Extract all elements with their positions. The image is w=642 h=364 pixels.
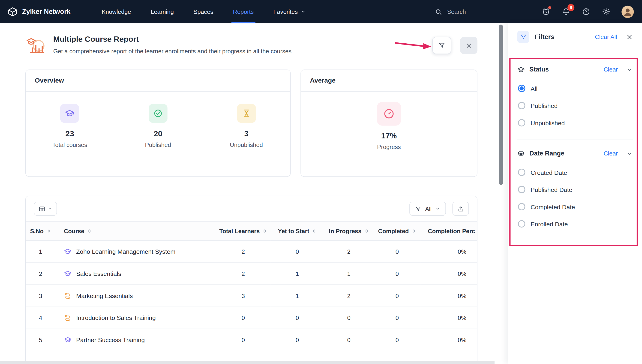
close-report-button[interactable] [460, 37, 477, 54]
course-name[interactable]: Introduction to Sales Training [76, 314, 156, 321]
notification-dot [548, 6, 551, 9]
sort-icon[interactable] [263, 229, 267, 234]
table-row[interactable]: 1 Zoho Learning Management System 2 0 2 … [26, 240, 477, 262]
graduation-cap-icon [60, 104, 79, 123]
clear-date-range-link[interactable]: Clear [604, 150, 618, 157]
table-row[interactable]: 4 Introduction to Sales Training 0 0 0 0… [26, 307, 477, 329]
radio-label: All [530, 85, 537, 92]
brand[interactable]: Zylker Network [8, 6, 71, 17]
column-header-course[interactable]: Course [55, 222, 216, 240]
radio-option-published[interactable]: Published [517, 97, 633, 114]
hourglass-icon [237, 104, 256, 123]
notifications-button[interactable]: 8 [559, 4, 573, 18]
course-name[interactable]: Sales Essentials [76, 270, 121, 277]
sort-icon[interactable] [412, 229, 416, 234]
column-picker-button[interactable] [34, 202, 57, 216]
chevron-down-icon[interactable] [626, 150, 633, 157]
radio-button[interactable] [518, 186, 525, 193]
table-columns-icon [39, 205, 46, 212]
radio-button[interactable] [518, 203, 525, 210]
close-filters-icon[interactable] [626, 34, 633, 40]
table-row[interactable]: 3 Marketing Essentials 3 1 2 0 0% [26, 285, 477, 307]
table-row[interactable]: 5 Partner Success Training 0 0 0 0 0% [26, 329, 477, 351]
radio-button[interactable] [518, 220, 525, 228]
filter-section-title: Status [529, 66, 549, 73]
sort-icon[interactable] [87, 229, 92, 234]
radio-button[interactable] [518, 102, 525, 109]
help-button[interactable] [579, 4, 593, 18]
nav-links: Knowledge Learning Spaces Reports Favori… [92, 0, 316, 23]
table-row[interactable]: 2 Sales Essentials 2 1 1 0 0% [26, 262, 477, 285]
help-icon [581, 8, 590, 16]
filter-section-status: Status Clear All Published Unpu [517, 64, 633, 132]
filters-panel-title: Filters [535, 33, 554, 40]
horizontal-scrollbar[interactable] [0, 361, 494, 364]
vertical-scrollbar-track [494, 23, 508, 364]
radio-option-enrolled-date[interactable]: Enrolled Date [517, 215, 633, 232]
recent-activity-button[interactable] [539, 4, 553, 18]
table-filter-dropdown[interactable]: All [410, 202, 446, 216]
radio-option-completed-date[interactable]: Completed Date [517, 198, 633, 216]
settings-button[interactable] [599, 4, 613, 18]
radio-option-unpublished[interactable]: Unpublished [517, 114, 633, 132]
sort-icon[interactable] [46, 229, 51, 234]
chevron-down-icon [301, 9, 306, 14]
report-illustration-icon [25, 35, 46, 56]
page: Zylker Network Knowledge Learning Spaces… [0, 0, 642, 364]
search-input[interactable]: Search [435, 8, 466, 16]
clear-status-link[interactable]: Clear [604, 66, 618, 73]
nav-item-spaces[interactable]: Spaces [184, 0, 223, 23]
course-icon [64, 336, 72, 344]
funnel-icon [517, 31, 529, 43]
stat-label: Unpublished [230, 142, 263, 148]
course-name[interactable]: Zoho Learning Management System [76, 248, 175, 255]
search-icon [435, 8, 442, 16]
course-name[interactable]: Partner Success Training [76, 336, 145, 343]
clear-all-link[interactable]: Clear All [595, 34, 617, 40]
column-header-total-learners[interactable]: Total Learners [216, 222, 271, 240]
layers-icon [517, 150, 525, 157]
course-icon [64, 248, 72, 255]
table-filter-value: All [425, 206, 431, 212]
gauge-icon [377, 102, 401, 126]
overview-card: Overview 23 Total courses 20 Published [25, 70, 291, 177]
chevron-down-icon[interactable] [626, 66, 633, 73]
column-header-completion-percentage[interactable]: Completion Perc [420, 222, 477, 240]
radio-button[interactable] [518, 119, 525, 126]
radio-option-created-date[interactable]: Created Date [517, 164, 633, 181]
overview-card-title: Overview [26, 70, 290, 92]
close-icon [465, 42, 472, 49]
vertical-scrollbar-thumb[interactable] [499, 24, 503, 185]
filters-button[interactable] [432, 37, 451, 54]
table-toolbar: All [26, 196, 477, 222]
nav-item-learning[interactable]: Learning [141, 0, 184, 23]
radio-label: Created Date [530, 169, 567, 176]
course-name[interactable]: Marketing Essentials [76, 292, 133, 299]
radio-button[interactable] [518, 168, 525, 176]
average-progress-label: Progress [377, 144, 401, 150]
column-header-sno[interactable]: S.No [26, 222, 55, 240]
average-card-title: Average [301, 70, 477, 92]
stat-label: Published [145, 142, 171, 148]
page-subtitle: Get a comprehensive report of the learne… [53, 48, 291, 54]
radio-option-published-date[interactable]: Published Date [517, 181, 633, 198]
brand-name: Zylker Network [22, 8, 71, 16]
nav-item-knowledge[interactable]: Knowledge [92, 0, 141, 23]
chevron-down-icon [48, 206, 52, 211]
nav-icons: 8 [539, 4, 634, 18]
sort-icon[interactable] [364, 229, 369, 234]
column-header-yet-to-start[interactable]: Yet to Start [271, 222, 324, 240]
funnel-icon [438, 42, 445, 49]
sort-icon[interactable] [312, 229, 317, 234]
radio-option-all[interactable]: All [517, 80, 633, 97]
column-header-completed[interactable]: Completed [374, 222, 420, 240]
export-button[interactable] [452, 202, 469, 216]
nav-item-favorites[interactable]: Favorites [264, 0, 316, 23]
filters-panel-header: Filters Clear All [517, 31, 633, 43]
nav-item-reports[interactable]: Reports [223, 0, 264, 23]
avatar[interactable] [621, 6, 634, 18]
radio-button[interactable] [518, 85, 525, 92]
column-header-in-progress[interactable]: In Progress [324, 222, 374, 240]
stat-unpublished: 3 Unpublished [202, 92, 290, 176]
nav-item-favorites-label: Favorites [273, 8, 298, 15]
